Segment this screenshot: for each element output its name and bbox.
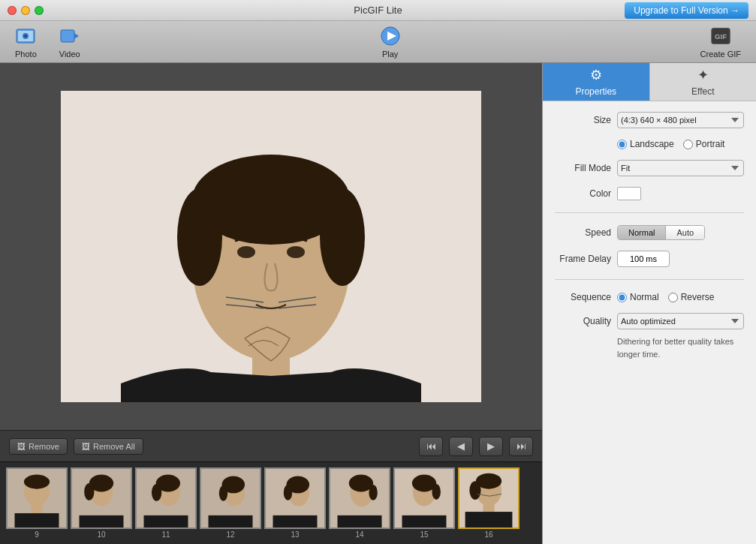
frame-delay-row: Frame Delay bbox=[555, 251, 744, 267]
filmstrip-item-11[interactable]: 11 bbox=[135, 467, 197, 539]
svg-point-23 bbox=[24, 475, 50, 489]
toolbar-play[interactable]: Play bbox=[380, 26, 401, 59]
sequence-normal-radio[interactable]: Normal bbox=[617, 292, 659, 302]
speed-normal-button[interactable]: Normal bbox=[618, 226, 666, 239]
toolbar-create-gif[interactable]: GIF Create GIF bbox=[700, 26, 741, 59]
svg-point-39 bbox=[219, 485, 227, 501]
upgrade-button[interactable]: Upgrade to Full Version → bbox=[625, 2, 748, 19]
preview-image bbox=[61, 91, 481, 402]
minimize-button[interactable] bbox=[21, 6, 30, 15]
tab-effect-label: Effect bbox=[691, 86, 714, 97]
svg-rect-30 bbox=[80, 515, 124, 529]
window-controls bbox=[8, 6, 44, 15]
size-select[interactable]: (4:3) 640 × 480 pixel bbox=[617, 112, 744, 128]
svg-rect-61 bbox=[465, 512, 513, 529]
video-icon bbox=[59, 26, 80, 47]
play-icon bbox=[380, 26, 401, 47]
svg-rect-40 bbox=[209, 515, 253, 529]
filmstrip-label-12: 12 bbox=[226, 530, 234, 539]
filmstrip-item-13[interactable]: 13 bbox=[264, 467, 326, 539]
gif-icon: GIF bbox=[710, 26, 731, 47]
quality-select[interactable]: Auto optimized bbox=[617, 313, 744, 329]
svg-point-29 bbox=[84, 483, 94, 500]
orientation-group: Landscape Portrait bbox=[617, 139, 724, 149]
svg-point-17 bbox=[320, 188, 365, 286]
fill-mode-row: Fill Mode Fit bbox=[555, 160, 744, 176]
filmstrip-label-13: 13 bbox=[291, 530, 299, 539]
remove-all-button[interactable]: 🖼 Remove All bbox=[74, 438, 143, 455]
skip-end-button[interactable]: ⏭ bbox=[509, 437, 533, 456]
svg-rect-45 bbox=[273, 515, 318, 529]
toolbar-video[interactable]: Video bbox=[59, 26, 80, 59]
quality-note: Dithering for better quality takes longe… bbox=[617, 335, 744, 360]
filmstrip: 9 10 bbox=[0, 461, 542, 544]
filmstrip-thumb-16 bbox=[458, 467, 520, 529]
svg-point-19 bbox=[287, 246, 305, 258]
filmstrip-thumb-11 bbox=[135, 467, 197, 529]
sequence-label: Sequence bbox=[555, 292, 611, 302]
filmstrip-label-9: 9 bbox=[35, 530, 39, 539]
tab-bar: ⚙ Properties ✦ Effect bbox=[543, 63, 756, 101]
play-label: Play bbox=[382, 50, 398, 59]
svg-rect-20 bbox=[121, 383, 421, 402]
effect-icon: ✦ bbox=[697, 67, 709, 83]
remove-button[interactable]: 🖼 Remove bbox=[9, 438, 68, 455]
remove-all-icon: 🖼 bbox=[82, 442, 90, 451]
filmstrip-item-9[interactable]: 9 bbox=[6, 467, 68, 539]
filmstrip-item-15[interactable]: 15 bbox=[393, 467, 455, 539]
svg-point-49 bbox=[369, 485, 377, 500]
svg-rect-35 bbox=[144, 515, 188, 529]
svg-point-54 bbox=[432, 484, 440, 500]
svg-rect-4 bbox=[61, 30, 74, 42]
svg-rect-50 bbox=[338, 515, 382, 529]
filmstrip-thumb-14 bbox=[329, 467, 390, 529]
toolbar: Photo Video Play GIF Create GIF bbox=[0, 21, 756, 63]
tab-properties[interactable]: ⚙ Properties bbox=[543, 63, 650, 101]
svg-text:GIF: GIF bbox=[715, 32, 727, 41]
filmstrip-item-14[interactable]: 14 bbox=[329, 467, 390, 539]
filmstrip-label-14: 14 bbox=[355, 530, 363, 539]
fill-mode-select[interactable]: Fit bbox=[617, 160, 744, 176]
speed-auto-button[interactable]: Auto bbox=[666, 226, 704, 239]
color-swatch[interactable] bbox=[617, 187, 641, 200]
svg-point-3 bbox=[24, 35, 27, 38]
video-label: Video bbox=[59, 50, 80, 59]
skip-start-button[interactable]: ⏮ bbox=[419, 437, 443, 456]
controls-bar: 🖼 Remove 🖼 Remove All ⏮ ◀ ▶ ⏭ bbox=[0, 430, 542, 461]
filmstrip-label-15: 15 bbox=[420, 530, 428, 539]
speed-row: Speed Normal Auto bbox=[555, 225, 744, 240]
next-button[interactable]: ▶ bbox=[479, 437, 503, 456]
frame-delay-input[interactable] bbox=[617, 251, 670, 267]
tab-effect[interactable]: ✦ Effect bbox=[650, 63, 757, 101]
svg-point-59 bbox=[469, 481, 480, 500]
landscape-radio[interactable]: Landscape bbox=[617, 139, 674, 149]
titlebar: PicGIF Lite Upgrade to Full Version → bbox=[0, 0, 756, 21]
app-title: PicGIF Lite bbox=[354, 5, 402, 16]
preview-area bbox=[0, 63, 542, 430]
maximize-button[interactable] bbox=[35, 6, 44, 15]
filmstrip-item-10[interactable]: 10 bbox=[71, 467, 132, 539]
photo-icon bbox=[15, 26, 36, 47]
tab-properties-label: Properties bbox=[575, 86, 616, 97]
filmstrip-thumb-9 bbox=[6, 467, 68, 529]
create-gif-label: Create GIF bbox=[700, 50, 741, 59]
svg-rect-55 bbox=[402, 515, 447, 529]
svg-point-44 bbox=[284, 485, 292, 500]
toolbar-photo[interactable]: Photo bbox=[15, 26, 37, 59]
main-content: 🖼 Remove 🖼 Remove All ⏮ ◀ ▶ ⏭ bbox=[0, 63, 756, 544]
filmstrip-item-16[interactable]: 16 bbox=[458, 467, 520, 539]
quality-label: Quality bbox=[555, 316, 611, 326]
color-label: Color bbox=[555, 188, 611, 199]
properties-panel: Size (4:3) 640 × 480 pixel Landscape Por… bbox=[543, 101, 756, 371]
prev-button[interactable]: ◀ bbox=[449, 437, 473, 456]
frame-delay-label: Frame Delay bbox=[555, 254, 611, 264]
close-button[interactable] bbox=[8, 6, 17, 15]
size-row: Size (4:3) 640 × 480 pixel bbox=[555, 112, 744, 128]
portrait-radio[interactable]: Portrait bbox=[683, 139, 725, 149]
color-row: Color bbox=[555, 187, 744, 200]
filmstrip-thumb-13 bbox=[264, 467, 326, 529]
sequence-reverse-radio[interactable]: Reverse bbox=[668, 292, 715, 302]
sequence-row: Sequence Normal Reverse bbox=[555, 292, 744, 302]
svg-point-34 bbox=[152, 484, 161, 501]
filmstrip-item-12[interactable]: 12 bbox=[200, 467, 261, 539]
